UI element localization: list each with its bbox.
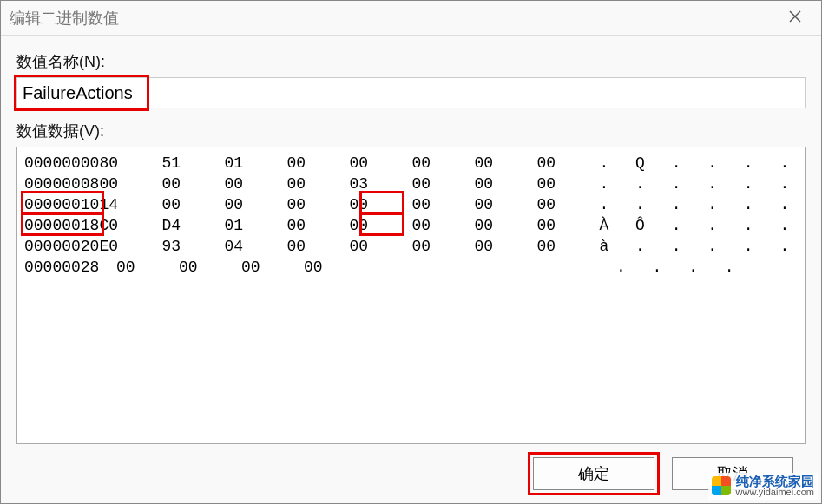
watermark-url: www.yidaimei.com [736, 488, 814, 498]
hex-byte[interactable]: 00 [411, 236, 474, 257]
hex-byte[interactable]: 00 [224, 194, 286, 215]
hex-byte[interactable]: 00 [304, 257, 366, 278]
hex-byte[interactable]: 93 [161, 236, 224, 257]
window-title: 编辑二进制数值 [10, 8, 778, 29]
hex-byte[interactable]: 00 [349, 215, 411, 236]
hex-byte[interactable]: 00 [161, 173, 224, 194]
hex-byte[interactable]: 00 [286, 236, 349, 257]
hex-byte[interactable]: 00 [286, 215, 349, 236]
hex-offset: 00000028 [24, 257, 116, 278]
binary-data-editor[interactable]: 00000000 80 51 01 00 00 00 00 00 . Q . .… [16, 147, 806, 444]
hex-byte [429, 257, 491, 278]
watermark: 纯净系统家园 www.yidaimei.com [708, 473, 818, 500]
hex-ascii: . Q . . . . . . [599, 153, 806, 173]
hex-offset: 00000020 [24, 236, 99, 257]
value-name-input[interactable] [16, 77, 806, 108]
hex-byte[interactable]: 51 [161, 153, 224, 173]
hex-row: 00000018 C0 D4 01 00 00 00 00 00 À Ô . .… [24, 215, 798, 236]
hex-offset: 00000000 [24, 153, 99, 173]
hex-byte[interactable]: 00 [349, 194, 411, 215]
watermark-text: 纯净系统家园 www.yidaimei.com [736, 475, 814, 498]
hex-ascii: . . . . . . . . [599, 194, 806, 215]
hex-byte[interactable]: 00 [536, 173, 599, 194]
hex-byte[interactable]: 01 [224, 153, 286, 173]
hex-row: 00000000 80 51 01 00 00 00 00 00 . Q . .… [24, 153, 798, 173]
hex-offset: 00000008 [24, 173, 99, 194]
hex-offset: 00000018 [24, 215, 99, 236]
titlebar: 编辑二进制数值 [1, 1, 821, 36]
hex-bytes: 00 00 00 00 03 00 00 00 [99, 173, 599, 194]
hex-bytes: C0 D4 01 00 00 00 00 00 [99, 215, 599, 236]
hex-byte[interactable]: 00 [474, 236, 536, 257]
hex-byte[interactable]: 00 [411, 194, 474, 215]
hex-byte[interactable]: 80 [99, 153, 161, 173]
hex-bytes: 80 51 01 00 00 00 00 00 [99, 153, 599, 173]
hex-byte[interactable]: 00 [286, 173, 349, 194]
value-name-label: 数值名称(N): [16, 51, 806, 72]
hex-row: 00000008 00 00 00 00 03 00 00 00 . . . .… [24, 173, 798, 194]
hex-byte [554, 257, 616, 278]
dialog-edit-binary: 编辑二进制数值 数值名称(N): 数值数据(V): 00000000 80 51… [0, 0, 822, 504]
hex-byte[interactable]: 00 [474, 194, 536, 215]
close-button[interactable] [778, 1, 812, 36]
hex-byte[interactable]: 04 [224, 236, 286, 257]
hex-byte[interactable]: 00 [179, 257, 241, 278]
hex-byte[interactable]: 00 [224, 173, 286, 194]
hex-byte[interactable]: C0 [99, 215, 161, 236]
hex-byte[interactable]: 00 [474, 173, 536, 194]
hex-bytes: E0 93 04 00 00 00 00 00 [99, 236, 599, 257]
hex-byte [491, 257, 554, 278]
hex-byte[interactable]: 00 [411, 153, 474, 173]
ok-button[interactable]: 确定 [533, 457, 654, 490]
hex-byte[interactable]: 00 [536, 153, 599, 173]
hex-byte[interactable]: E0 [99, 236, 161, 257]
hex-row: 00000020 E0 93 04 00 00 00 00 00 à . . .… [24, 236, 798, 257]
hex-byte[interactable]: 00 [99, 173, 161, 194]
hex-ascii: À Ô . . . . . . [599, 215, 806, 236]
value-data-label: 数值数据(V): [16, 121, 806, 141]
hex-byte[interactable]: 00 [411, 173, 474, 194]
hex-byte [366, 257, 429, 278]
hex-byte[interactable]: 00 [349, 153, 411, 173]
ok-button-wrap: 确定 [533, 457, 654, 490]
hex-byte[interactable]: 00 [536, 215, 599, 236]
dialog-body: 数值名称(N): 数值数据(V): 00000000 80 51 01 00 0… [1, 36, 821, 503]
hex-bytes: 00 00 00 00 [116, 257, 616, 278]
hex-byte[interactable]: 03 [349, 173, 411, 194]
hex-byte[interactable]: 00 [474, 153, 536, 173]
hex-byte[interactable]: 00 [349, 236, 411, 257]
hex-byte[interactable]: 00 [161, 194, 224, 215]
hex-offset: 00000010 [24, 194, 99, 215]
hex-bytes: 14 00 00 00 00 00 00 00 [99, 194, 599, 215]
hex-byte[interactable]: D4 [161, 215, 224, 236]
hex-byte[interactable]: 00 [116, 257, 179, 278]
hex-row: 00000028 00 00 00 00 . . . . [24, 257, 798, 278]
hex-byte[interactable]: 00 [536, 236, 599, 257]
hex-byte[interactable]: 01 [224, 215, 286, 236]
hex-byte[interactable]: 00 [536, 194, 599, 215]
watermark-title: 纯净系统家园 [736, 475, 814, 488]
dialog-button-row: 确定 取消 [16, 444, 806, 503]
hex-byte[interactable]: 00 [286, 194, 349, 215]
hex-byte[interactable]: 00 [411, 215, 474, 236]
value-name-field-wrap [16, 77, 806, 108]
hex-byte[interactable]: 00 [286, 153, 349, 173]
hex-ascii: . . . . . . . . [599, 173, 806, 194]
hex-byte[interactable]: 00 [241, 257, 304, 278]
hex-ascii: à . . . . . . . [599, 236, 806, 257]
hex-row: 00000010 14 00 00 00 00 00 00 00 . . . .… [24, 194, 798, 215]
hex-byte[interactable]: 14 [99, 194, 161, 215]
logo-icon [712, 476, 731, 495]
close-icon [789, 9, 801, 27]
hex-byte[interactable]: 00 [474, 215, 536, 236]
hex-ascii: . . . . [616, 257, 798, 278]
